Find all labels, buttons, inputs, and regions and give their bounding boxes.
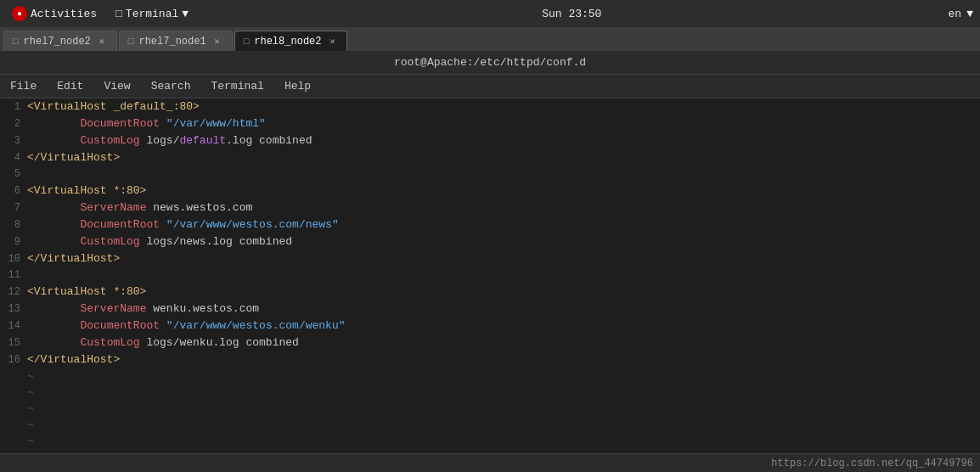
tab-close-3[interactable]: ✕ <box>326 36 338 48</box>
editor[interactable]: 1 <VirtualHost _default_:80> 2 DocumentR… <box>0 98 980 472</box>
system-bar-right: en ▼ <box>949 8 973 20</box>
menu-help[interactable]: Help <box>281 78 314 94</box>
system-time: Sun 23:50 <box>542 8 601 20</box>
table-row: 6 <VirtualHost *:80> <box>0 183 980 199</box>
terminal-arrow-icon: ▼ <box>182 8 189 20</box>
activities-label: Activities <box>31 8 97 20</box>
tab-close-1[interactable]: ✕ <box>96 36 108 48</box>
terminal-label: Terminal <box>126 8 178 20</box>
system-bar: ● Activities □ Terminal ▼ Sun 23:50 en ▼ <box>0 0 980 27</box>
table-row: 14 DocumentRoot "/var/www/westos.com/wen… <box>0 317 980 334</box>
terminal-icon: □ <box>115 8 122 20</box>
tilde-line: ~ <box>0 368 980 385</box>
table-row: 4 </VirtualHost> <box>0 149 980 166</box>
menu-edit[interactable]: Edit <box>54 78 87 94</box>
menu-bar: File Edit View Search Terminal Help <box>0 75 980 98</box>
table-row: 8 DocumentRoot "/var/www/westos.com/news… <box>0 216 980 233</box>
table-row: 16 </VirtualHost> <box>0 351 980 368</box>
table-row: 3 CustomLog logs/default.log combined <box>0 132 980 149</box>
tab-close-2[interactable]: ✕ <box>211 36 223 48</box>
tab-label-3: rhel8_node2 <box>254 36 321 48</box>
url-display: https://blog.csdn.net/qq_44749796 <box>771 458 973 469</box>
table-row: 7 ServerName news.westos.com <box>0 199 980 216</box>
table-row: 11 <box>0 267 980 284</box>
title-bar: root@Apache:/etc/httpd/conf.d <box>0 51 980 75</box>
table-row: 15 CustomLog logs/wenku.log combined <box>0 334 980 351</box>
menu-file[interactable]: File <box>7 78 40 94</box>
tab-bar: □ rhel7_node2 ✕ □ rhel7_node1 ✕ □ rhel8_… <box>0 27 980 51</box>
tab-icon-2: □ <box>128 37 134 47</box>
tab-rhel8-node2[interactable]: □ rhel8_node2 ✕ <box>234 31 348 51</box>
table-row: 2 DocumentRoot "/var/www/html" <box>0 115 980 132</box>
language-indicator[interactable]: en <box>949 8 962 20</box>
redhat-icon: ● <box>12 6 27 21</box>
table-row: 13 ServerName wenku.westos.com <box>0 301 980 317</box>
tab-icon-3: □ <box>244 37 250 47</box>
menu-search[interactable]: Search <box>148 78 194 94</box>
system-bar-left: ● Activities □ Terminal ▼ <box>7 4 195 23</box>
tab-icon-1: □ <box>13 37 19 47</box>
terminal-button[interactable]: □ Terminal ▼ <box>109 6 195 22</box>
status-bar: https://blog.csdn.net/qq_44749796 <box>0 453 980 472</box>
table-row: 10 </VirtualHost> <box>0 250 980 267</box>
tab-rhel7-node1[interactable]: □ rhel7_node1 ✕ <box>119 31 233 51</box>
tab-label-2: rhel7_node1 <box>138 36 206 48</box>
activities-button[interactable]: ● Activities <box>7 4 102 23</box>
menu-terminal[interactable]: Terminal <box>207 78 267 94</box>
lang-arrow-icon: ▼ <box>966 8 973 20</box>
tilde-line: ~ <box>0 417 980 433</box>
menu-view[interactable]: View <box>100 78 133 94</box>
tilde-line: ~ <box>0 433 980 449</box>
editor-content: 1 <VirtualHost _default_:80> 2 DocumentR… <box>0 98 980 465</box>
table-row: 12 <VirtualHost *:80> <box>0 284 980 301</box>
table-row: 1 <VirtualHost _default_:80> <box>0 98 980 115</box>
table-row: 5 <box>0 166 980 183</box>
tilde-line: ~ <box>0 401 980 417</box>
table-row: 9 CustomLog logs/news.log combined <box>0 233 980 250</box>
tilde-line: ~ <box>0 385 980 401</box>
tab-label-1: rhel7_node2 <box>24 36 91 48</box>
window-title: root@Apache:/etc/httpd/conf.d <box>394 56 586 69</box>
tab-rhel7-node2[interactable]: □ rhel7_node2 ✕ <box>3 31 117 51</box>
